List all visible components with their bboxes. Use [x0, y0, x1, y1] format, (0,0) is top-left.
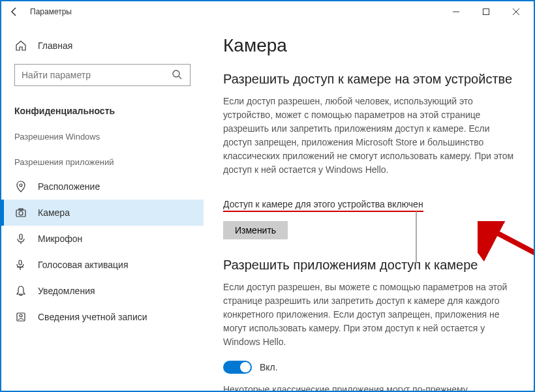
- camera-icon: [14, 206, 27, 219]
- voice-icon: [14, 258, 27, 271]
- sidebar-item-account[interactable]: Сведения учетной записи: [1, 304, 204, 330]
- back-button[interactable]: [4, 1, 25, 22]
- section2-heading: Разрешить приложениям доступ к камере: [223, 258, 514, 273]
- sidebar-item-label: Голосовая активация: [38, 260, 129, 270]
- minimize-icon: [453, 8, 459, 15]
- search-input[interactable]: [14, 64, 191, 86]
- account-icon: [14, 310, 27, 324]
- sidebar-home[interactable]: Главная: [1, 33, 204, 59]
- device-access-status: Доступ к камере для этого устройства вкл…: [223, 199, 423, 212]
- sidebar-item-label: Микрофон: [38, 234, 82, 244]
- maximize-button[interactable]: [471, 1, 501, 22]
- svg-rect-1: [483, 9, 489, 15]
- sidebar-item-notifications[interactable]: Уведомления: [1, 278, 204, 304]
- main-content: Камера Разрешить доступ к камере на этом…: [204, 22, 534, 391]
- microphone-icon: [14, 232, 27, 245]
- sidebar-item-location[interactable]: Расположение: [1, 173, 204, 200]
- svg-rect-8: [20, 234, 22, 239]
- window-title: Параметры: [30, 7, 72, 16]
- titlebar: Параметры: [1, 1, 534, 22]
- svg-line-3: [179, 76, 181, 79]
- minimize-button[interactable]: [441, 1, 471, 22]
- svg-point-2: [173, 70, 179, 77]
- maximize-icon: [483, 8, 489, 15]
- svg-point-6: [19, 211, 23, 215]
- bell-icon: [14, 284, 27, 297]
- svg-point-4: [20, 184, 22, 187]
- sidebar-item-label: Камера: [38, 207, 70, 218]
- sidebar-section-appperms: Разрешения приложений: [1, 148, 204, 173]
- svg-rect-7: [19, 209, 23, 210]
- window-controls: [441, 1, 531, 22]
- section1-heading: Разрешить доступ к камере на этом устрой…: [223, 72, 514, 87]
- sidebar-item-camera[interactable]: Камера: [1, 200, 204, 226]
- scrollbar-thumb[interactable]: [416, 211, 417, 264]
- sidebar-item-label: Расположение: [38, 181, 100, 192]
- toggle-label: Вкл.: [260, 362, 278, 372]
- app-access-toggle[interactable]: [223, 361, 252, 374]
- svg-rect-9: [19, 260, 22, 265]
- section1-body: Если доступ разрешен, любой человек, исп…: [223, 95, 514, 177]
- home-icon: [14, 39, 27, 52]
- sidebar-item-label: Главная: [38, 40, 72, 51]
- close-icon: [513, 8, 519, 15]
- page-title: Камера: [223, 35, 514, 56]
- sidebar-section-privacy: Конфиденциальность: [1, 97, 204, 123]
- footer-note: Некоторые классические приложения могут …: [223, 383, 514, 391]
- sidebar-section-winperms: Разрешения Windows: [1, 123, 204, 148]
- sidebar-item-voice[interactable]: Голосовая активация: [1, 252, 204, 278]
- svg-point-11: [20, 314, 22, 317]
- search-field[interactable]: [22, 70, 172, 80]
- arrow-left-icon: [9, 7, 20, 17]
- location-icon: [14, 180, 27, 193]
- svg-line-12: [489, 229, 534, 257]
- sidebar-item-label: Уведомления: [38, 286, 95, 296]
- section2-body: Если доступ разрешен, вы можете с помощь…: [223, 280, 514, 349]
- sidebar-item-microphone[interactable]: Микрофон: [1, 226, 204, 252]
- sidebar: Главная Конфиденциальность Разрешения Wi…: [1, 22, 204, 391]
- app-access-toggle-row: Вкл.: [223, 361, 514, 374]
- sidebar-item-label: Сведения учетной записи: [38, 312, 147, 322]
- change-button[interactable]: Изменить: [223, 221, 288, 239]
- close-button[interactable]: [501, 1, 531, 22]
- search-icon: [172, 69, 183, 81]
